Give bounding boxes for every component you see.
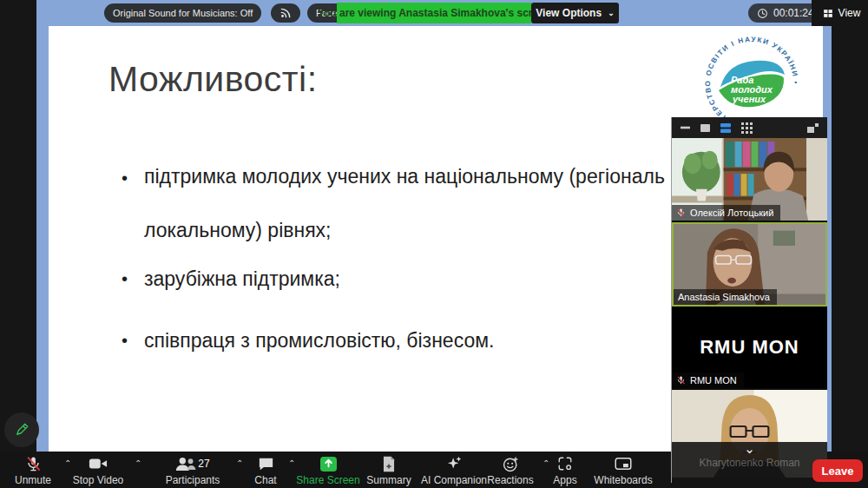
smiley-reactions-icon [503, 454, 519, 473]
pencil-icon [14, 422, 30, 438]
bullet-2-text: зарубіжна підтримка; [144, 267, 340, 291]
viewing-screen-banner: You are viewing Anastasia Simakhova's sc… [337, 3, 531, 23]
camera-icon [89, 454, 108, 473]
video-tile-anastasia[interactable]: Anastasia Simakhova [672, 222, 827, 307]
chat-button[interactable]: Chat [248, 454, 283, 486]
whiteboard-icon [615, 454, 632, 473]
participants-options-chevron[interactable]: ⌃ [236, 458, 243, 468]
participants-icon: 27 [175, 454, 209, 473]
name-label: RMU MON [672, 373, 744, 388]
share-screen-button[interactable]: Share Screen [293, 454, 363, 486]
top-right-black-region [812, 0, 814, 26]
participants-button[interactable]: 27 Participants [156, 454, 229, 486]
apps-button[interactable]: Apps [548, 454, 582, 486]
minimize-panel-button[interactable] [681, 126, 690, 129]
stop-video-button[interactable]: Stop Video [68, 454, 128, 486]
share-screen-icon [319, 454, 338, 473]
participants-count: 27 [198, 458, 209, 470]
zoom-meeting-window: Original Sound for Musicians: Off Facebo… [0, 0, 868, 488]
speaker-view-button[interactable] [700, 124, 710, 132]
shield-anchor [5, 3, 31, 23]
bullet-1-line-1: підтримка молодих учених на національном… [144, 165, 665, 188]
grid-view-icon [822, 8, 834, 19]
ai-sparkle-icon [445, 454, 463, 473]
live-stream-button[interactable] [271, 3, 300, 23]
participant-name: Kharytonenko Roman [699, 457, 799, 469]
chat-label: Chat [254, 474, 276, 486]
slide-bullet-2: • зарубіжна підтримка; [122, 267, 340, 291]
leave-button[interactable]: Leave [812, 459, 863, 482]
summary-document-icon [382, 454, 396, 473]
ai-companion-label: AI Companion [421, 474, 487, 486]
video-thumbnails-panel: Олексій Лотоцький Anastasia Simakhova [671, 117, 827, 483]
slide-title: Можливості: [108, 59, 318, 100]
bullet-1-line-2: локальному) рівнях; [144, 219, 332, 241]
whiteboards-button[interactable]: Whiteboards [587, 454, 660, 486]
tile-expand-overlay[interactable]: ⌄ Kharytonenko Roman [672, 442, 827, 478]
apps-icon [557, 454, 573, 473]
muted-mic-icon [676, 375, 686, 386]
slide-bullet-3: • співпраця з промисловістю, бізнесом. [122, 329, 494, 353]
video-panel-header [672, 117, 827, 138]
bullet-marker: • [122, 329, 144, 353]
bullet-3-text: співпраця з промисловістю, бізнесом. [144, 329, 494, 353]
view-label: View [838, 7, 861, 19]
video-tile-rmu-mon[interactable]: RMU MON RMU MON [672, 307, 827, 390]
unmute-label: Unmute [15, 474, 51, 486]
unmute-button[interactable]: Unmute [9, 454, 57, 486]
video-tile-oleksii[interactable]: Олексій Лотоцький [672, 138, 827, 222]
gallery-view-button[interactable] [741, 122, 753, 134]
ai-companion-button[interactable]: AI Companion [415, 454, 493, 486]
muted-mic-icon [25, 454, 42, 473]
reactions-label: Reactions [487, 474, 533, 486]
summary-label: Summary [366, 474, 411, 486]
bullet-marker: • [122, 149, 144, 257]
muted-mic-icon [676, 208, 686, 218]
popout-panel-button[interactable] [807, 123, 819, 133]
view-options-button[interactable]: View Options ⌄ [531, 3, 619, 23]
chevron-down-icon: ⌄ [608, 10, 615, 17]
summary-button[interactable]: Summary [360, 454, 418, 486]
leave-label: Leave [822, 465, 854, 478]
video-tile-kharytonenko[interactable]: ⌄ Kharytonenko Roman [672, 390, 827, 478]
chevron-down-icon[interactable]: ⌄ [744, 443, 755, 455]
stop-video-label: Stop Video [73, 474, 124, 486]
annotate-button[interactable] [4, 412, 39, 447]
reactions-button[interactable]: Reactions [483, 454, 538, 486]
viewing-banner-text: You are viewing Anastasia Simakhova's sc… [318, 7, 550, 19]
strip-view-button[interactable] [720, 123, 731, 133]
participant-name: RMU MON [690, 375, 737, 386]
participants-label: Participants [166, 474, 220, 486]
participant-name: Олексій Лотоцький [690, 208, 773, 218]
timer-value: 00:01:24 [773, 7, 814, 19]
broadcast-icon [279, 7, 292, 19]
whiteboards-label: Whiteboards [594, 474, 652, 486]
view-button[interactable]: View [814, 0, 868, 26]
share-screen-label: Share Screen [296, 474, 359, 486]
chat-bubble-icon [258, 454, 274, 473]
view-options-label: View Options [536, 7, 602, 19]
apps-label: Apps [553, 474, 576, 486]
original-sound-toggle[interactable]: Original Sound for Musicians: Off [104, 3, 261, 23]
name-label: Anastasia Simakhova [674, 289, 777, 305]
participant-placeholder-name: RMU MON [700, 336, 799, 359]
video-options-chevron[interactable]: ⌃ [135, 458, 141, 468]
original-sound-label: Original Sound for Musicians: Off [113, 8, 253, 18]
clock-icon [757, 8, 768, 19]
participant-name: Anastasia Simakhova [678, 292, 770, 302]
name-label: Олексій Лотоцький [672, 205, 780, 221]
bullet-marker: • [122, 267, 144, 291]
svg-text:учених: учених [732, 94, 766, 104]
